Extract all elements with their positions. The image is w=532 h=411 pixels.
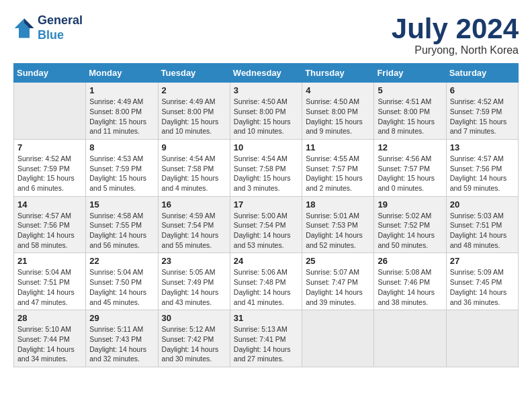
calendar-day-cell: 27Sunrise: 5:09 AM Sunset: 7:45 PM Dayli… xyxy=(446,253,518,310)
calendar-day-cell: 11Sunrise: 4:55 AM Sunset: 7:57 PM Dayli… xyxy=(302,139,374,196)
day-info: Sunrise: 5:09 AM Sunset: 7:45 PM Dayligh… xyxy=(450,267,515,307)
calendar-day-cell: 6Sunrise: 4:52 AM Sunset: 7:59 PM Daylig… xyxy=(446,83,518,140)
calendar-week-row: 1Sunrise: 4:49 AM Sunset: 8:00 PM Daylig… xyxy=(14,83,519,140)
day-info: Sunrise: 5:11 AM Sunset: 7:43 PM Dayligh… xyxy=(89,324,154,364)
day-info: Sunrise: 4:58 AM Sunset: 7:55 PM Dayligh… xyxy=(89,211,154,250)
calendar-week-row: 21Sunrise: 5:04 AM Sunset: 7:51 PM Dayli… xyxy=(14,253,519,310)
day-number: 31 xyxy=(234,313,298,323)
day-number: 2 xyxy=(162,85,226,95)
calendar-day-cell: 9Sunrise: 4:54 AM Sunset: 7:58 PM Daylig… xyxy=(158,139,230,196)
day-number: 11 xyxy=(306,142,370,152)
calendar-day-cell: 7Sunrise: 4:52 AM Sunset: 7:59 PM Daylig… xyxy=(14,139,86,196)
weekday-header-monday: Monday xyxy=(86,64,158,83)
day-info: Sunrise: 4:59 AM Sunset: 7:54 PM Dayligh… xyxy=(162,211,226,250)
day-number: 14 xyxy=(17,199,82,210)
day-info: Sunrise: 5:06 AM Sunset: 7:48 PM Dayligh… xyxy=(234,267,298,307)
day-info: Sunrise: 5:02 AM Sunset: 7:52 PM Dayligh… xyxy=(378,211,442,250)
day-info: Sunrise: 5:00 AM Sunset: 7:54 PM Dayligh… xyxy=(234,211,298,250)
day-info: Sunrise: 4:50 AM Sunset: 8:00 PM Dayligh… xyxy=(234,97,298,136)
day-number: 19 xyxy=(378,199,442,210)
day-number: 25 xyxy=(306,256,370,266)
calendar-week-row: 7Sunrise: 4:52 AM Sunset: 7:59 PM Daylig… xyxy=(14,139,519,196)
calendar-day-cell: 31Sunrise: 5:13 AM Sunset: 7:41 PM Dayli… xyxy=(230,310,302,367)
day-number: 30 xyxy=(162,313,226,323)
day-info: Sunrise: 5:13 AM Sunset: 7:41 PM Dayligh… xyxy=(234,324,298,364)
day-info: Sunrise: 4:55 AM Sunset: 7:57 PM Dayligh… xyxy=(306,154,370,193)
calendar-day-cell: 24Sunrise: 5:06 AM Sunset: 7:48 PM Dayli… xyxy=(230,253,302,310)
calendar-day-cell: 19Sunrise: 5:02 AM Sunset: 7:52 PM Dayli… xyxy=(374,196,446,253)
day-number: 5 xyxy=(378,85,442,95)
calendar-day-cell: 15Sunrise: 4:58 AM Sunset: 7:55 PM Dayli… xyxy=(86,196,158,253)
calendar-day-cell: 2Sunrise: 4:49 AM Sunset: 8:00 PM Daylig… xyxy=(158,83,230,140)
day-info: Sunrise: 4:49 AM Sunset: 8:00 PM Dayligh… xyxy=(162,97,226,136)
calendar-day-cell: 8Sunrise: 4:53 AM Sunset: 7:59 PM Daylig… xyxy=(86,139,158,196)
weekday-header-sunday: Sunday xyxy=(14,64,86,83)
day-number: 16 xyxy=(162,199,226,210)
day-info: Sunrise: 4:50 AM Sunset: 8:00 PM Dayligh… xyxy=(306,97,370,136)
day-info: Sunrise: 5:01 AM Sunset: 7:53 PM Dayligh… xyxy=(306,211,370,250)
day-info: Sunrise: 4:52 AM Sunset: 7:59 PM Dayligh… xyxy=(17,154,82,193)
calendar-day-cell: 30Sunrise: 5:12 AM Sunset: 7:42 PM Dayli… xyxy=(158,310,230,367)
day-number: 27 xyxy=(450,256,515,266)
day-number: 1 xyxy=(89,85,154,95)
calendar-day-cell: 10Sunrise: 4:54 AM Sunset: 7:58 PM Dayli… xyxy=(230,139,302,196)
calendar-day-cell: 1Sunrise: 4:49 AM Sunset: 8:00 PM Daylig… xyxy=(86,83,158,140)
calendar-day-cell: 28Sunrise: 5:10 AM Sunset: 7:44 PM Dayli… xyxy=(14,310,86,367)
day-info: Sunrise: 4:56 AM Sunset: 7:57 PM Dayligh… xyxy=(378,154,442,193)
weekday-header-thursday: Thursday xyxy=(302,64,374,83)
calendar-day-cell: 20Sunrise: 5:03 AM Sunset: 7:51 PM Dayli… xyxy=(446,196,518,253)
weekday-header-saturday: Saturday xyxy=(446,64,518,83)
day-number: 10 xyxy=(234,142,298,152)
day-info: Sunrise: 4:57 AM Sunset: 7:56 PM Dayligh… xyxy=(450,154,515,193)
day-number: 7 xyxy=(17,142,82,152)
day-info: Sunrise: 4:53 AM Sunset: 7:59 PM Dayligh… xyxy=(89,154,154,193)
logo: General Blue xyxy=(13,13,83,42)
logo-icon xyxy=(13,17,35,39)
calendar-day-cell xyxy=(14,83,86,140)
day-info: Sunrise: 5:04 AM Sunset: 7:51 PM Dayligh… xyxy=(17,267,82,307)
calendar-day-cell xyxy=(302,310,374,367)
day-number: 23 xyxy=(162,256,226,266)
calendar-day-cell: 5Sunrise: 4:51 AM Sunset: 8:00 PM Daylig… xyxy=(374,83,446,140)
day-info: Sunrise: 5:07 AM Sunset: 7:47 PM Dayligh… xyxy=(306,267,370,307)
day-info: Sunrise: 4:49 AM Sunset: 8:00 PM Dayligh… xyxy=(89,97,154,136)
day-number: 20 xyxy=(450,199,515,210)
day-info: Sunrise: 5:04 AM Sunset: 7:50 PM Dayligh… xyxy=(89,267,154,307)
calendar-day-cell: 25Sunrise: 5:07 AM Sunset: 7:47 PM Dayli… xyxy=(302,253,374,310)
day-info: Sunrise: 5:10 AM Sunset: 7:44 PM Dayligh… xyxy=(17,324,82,364)
calendar-day-cell: 12Sunrise: 4:56 AM Sunset: 7:57 PM Dayli… xyxy=(374,139,446,196)
calendar-day-cell: 4Sunrise: 4:50 AM Sunset: 8:00 PM Daylig… xyxy=(302,83,374,140)
day-info: Sunrise: 5:05 AM Sunset: 7:49 PM Dayligh… xyxy=(162,267,226,307)
day-number: 9 xyxy=(162,142,226,152)
day-info: Sunrise: 5:03 AM Sunset: 7:51 PM Dayligh… xyxy=(450,211,515,250)
day-number: 6 xyxy=(450,85,515,95)
calendar-day-cell: 21Sunrise: 5:04 AM Sunset: 7:51 PM Dayli… xyxy=(14,253,86,310)
day-info: Sunrise: 4:54 AM Sunset: 7:58 PM Dayligh… xyxy=(162,154,226,193)
day-number: 22 xyxy=(89,256,154,266)
calendar-day-cell xyxy=(374,310,446,367)
day-number: 26 xyxy=(378,256,442,266)
day-number: 15 xyxy=(89,199,154,210)
weekday-header-row: SundayMondayTuesdayWednesdayThursdayFrid… xyxy=(14,64,519,83)
day-number: 18 xyxy=(306,199,370,210)
day-number: 17 xyxy=(234,199,298,210)
day-info: Sunrise: 4:57 AM Sunset: 7:56 PM Dayligh… xyxy=(17,211,82,250)
day-info: Sunrise: 4:52 AM Sunset: 7:59 PM Dayligh… xyxy=(450,97,515,136)
day-info: Sunrise: 5:12 AM Sunset: 7:42 PM Dayligh… xyxy=(162,324,226,364)
day-info: Sunrise: 4:54 AM Sunset: 7:58 PM Dayligh… xyxy=(234,154,298,193)
day-number: 4 xyxy=(306,85,370,95)
day-info: Sunrise: 4:51 AM Sunset: 8:00 PM Dayligh… xyxy=(378,97,442,136)
calendar-day-cell: 13Sunrise: 4:57 AM Sunset: 7:56 PM Dayli… xyxy=(446,139,518,196)
calendar-day-cell: 17Sunrise: 5:00 AM Sunset: 7:54 PM Dayli… xyxy=(230,196,302,253)
calendar-table: SundayMondayTuesdayWednesdayThursdayFrid… xyxy=(13,63,519,367)
month-title: July 2024 xyxy=(392,13,519,44)
calendar-day-cell: 16Sunrise: 4:59 AM Sunset: 7:54 PM Dayli… xyxy=(158,196,230,253)
calendar-day-cell: 3Sunrise: 4:50 AM Sunset: 8:00 PM Daylig… xyxy=(230,83,302,140)
day-number: 8 xyxy=(89,142,154,152)
day-number: 13 xyxy=(450,142,515,152)
day-number: 21 xyxy=(17,256,82,266)
page-header: General Blue July 2024 Puryong, North Ko… xyxy=(13,13,519,56)
day-number: 12 xyxy=(378,142,442,152)
calendar-week-row: 14Sunrise: 4:57 AM Sunset: 7:56 PM Dayli… xyxy=(14,196,519,253)
weekday-header-friday: Friday xyxy=(374,64,446,83)
